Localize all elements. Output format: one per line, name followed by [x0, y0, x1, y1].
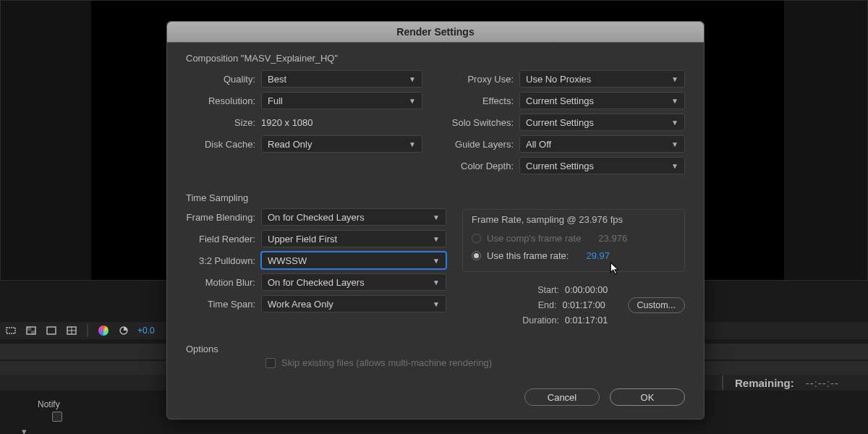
chevron-down-icon: ▼ [433, 300, 440, 308]
status-divider [722, 375, 723, 390]
end-label: End: [538, 300, 557, 310]
quality-label: Quality: [186, 74, 261, 85]
skip-existing-checkbox [265, 358, 276, 368]
chevron-down-icon: ▼ [671, 75, 678, 83]
proxy-label: Proxy Use: [448, 74, 519, 85]
comp-rate-value: 23.976 [598, 233, 627, 244]
region-icon[interactable] [4, 324, 17, 337]
disk-cache-label: Disk Cache: [186, 139, 261, 150]
field-render-label: Field Render: [186, 234, 261, 244]
solo-dropdown[interactable]: Current Settings▼ [519, 114, 685, 131]
remaining-time: --:--:-- [806, 377, 839, 389]
time-span-dropdown[interactable]: Work Area Only▼ [261, 295, 446, 312]
svg-rect-4 [47, 327, 56, 334]
guide-label: Guide Layers: [448, 139, 519, 150]
proxy-dropdown[interactable]: Use No Proxies▼ [519, 70, 685, 88]
frame-blending-dropdown[interactable]: On for Checked Layers▼ [261, 208, 446, 226]
transparency-grid-icon[interactable] [25, 324, 38, 337]
color-depth-dropdown[interactable]: Current Settings▼ [519, 157, 685, 174]
svg-rect-0 [7, 328, 15, 333]
time-info: Start: 0:00:00:00 End: 0:01:17:00 Custom… [462, 282, 685, 328]
time-sampling-label: Time Sampling [186, 192, 685, 203]
skip-existing-label: Skip existing files (allows multi-machin… [281, 357, 492, 368]
render-settings-dialog: Render Settings Composition "MASV_Explai… [166, 21, 705, 420]
solo-label: Solo Switches: [448, 117, 519, 128]
svg-rect-2 [27, 327, 31, 331]
pulldown-dropdown[interactable]: WWSSW▼ [261, 252, 446, 269]
chevron-down-icon: ▼ [433, 213, 440, 221]
chevron-down-icon: ▼ [409, 75, 416, 83]
radio-selected-icon [472, 251, 481, 260]
chevron-down-icon: ▼ [671, 119, 678, 127]
end-value: 0:01:17:00 [563, 300, 615, 310]
resolution-dropdown[interactable]: Full▼ [261, 92, 422, 109]
remaining-label: Remaining: [735, 377, 794, 389]
mask-icon[interactable] [45, 324, 58, 337]
toolbar-divider [87, 324, 88, 337]
disk-cache-dropdown[interactable]: Read Only▼ [261, 135, 422, 153]
guides-icon[interactable] [65, 324, 78, 337]
composition-name: Composition "MASV_Explainer_HQ" [186, 53, 685, 64]
motion-blur-label: Motion Blur: [186, 277, 261, 288]
resolution-label: Resolution: [186, 95, 261, 106]
chevron-down-icon: ▼ [409, 140, 416, 148]
exposure-reset-icon[interactable] [117, 324, 130, 337]
use-this-rate-option[interactable]: Use this frame rate: 29.97 [472, 247, 676, 264]
svg-rect-3 [31, 331, 35, 334]
notify-label: Notify [38, 399, 60, 409]
frame-rate-group: Frame Rate, sampling @ 23.976 fps Use co… [462, 209, 685, 272]
quality-dropdown[interactable]: Best▼ [261, 70, 422, 88]
custom-timespan-button[interactable]: Custom... [628, 297, 686, 313]
effects-dropdown[interactable]: Current Settings▼ [519, 92, 685, 109]
start-value: 0:00:00:00 [565, 285, 617, 295]
panel-menu-chevron[interactable]: ▾ [22, 426, 27, 434]
dialog-title: Render Settings [167, 22, 704, 43]
use-this-rate-label: Use this frame rate: [487, 250, 569, 261]
time-span-label: Time Span: [186, 299, 261, 310]
exposure-value[interactable]: +0.0 [137, 326, 155, 336]
chevron-down-icon: ▼ [671, 140, 678, 148]
motion-blur-dropdown[interactable]: On for Checked Layers▼ [261, 273, 446, 291]
custom-rate-value[interactable]: 29.97 [586, 250, 610, 261]
use-comp-rate-option[interactable]: Use comp's frame rate 23.976 [472, 229, 676, 247]
options-label: Options [186, 344, 685, 354]
chevron-down-icon: ▼ [409, 97, 416, 105]
start-label: Start: [537, 285, 559, 295]
chevron-down-icon: ▼ [433, 235, 440, 243]
size-value: 1920 x 1080 [261, 117, 422, 128]
chevron-down-icon: ▼ [671, 162, 678, 170]
chevron-down-icon: ▼ [671, 97, 678, 105]
effects-label: Effects: [448, 95, 519, 106]
size-label: Size: [186, 117, 261, 128]
cancel-button[interactable]: Cancel [524, 388, 600, 406]
duration-value: 0:01:17:01 [565, 315, 617, 326]
color-depth-label: Color Depth: [448, 161, 519, 171]
use-comp-rate-label: Use comp's frame rate [487, 233, 581, 244]
field-render-dropdown[interactable]: Upper Field First▼ [261, 230, 446, 247]
duration-label: Duration: [522, 315, 559, 326]
notify-checkbox[interactable] [52, 412, 62, 422]
ok-button[interactable]: OK [610, 388, 685, 406]
chevron-down-icon: ▼ [433, 278, 440, 286]
frame-rate-title: Frame Rate, sampling @ 23.976 fps [472, 214, 676, 225]
guide-dropdown[interactable]: All Off▼ [519, 135, 685, 153]
pulldown-label: 3:2 Pulldown: [186, 255, 261, 266]
chevron-down-icon: ▼ [433, 257, 440, 265]
frame-blending-label: Frame Blending: [186, 212, 261, 223]
radio-unselected-icon [472, 234, 481, 243]
color-management-icon[interactable] [97, 324, 110, 337]
